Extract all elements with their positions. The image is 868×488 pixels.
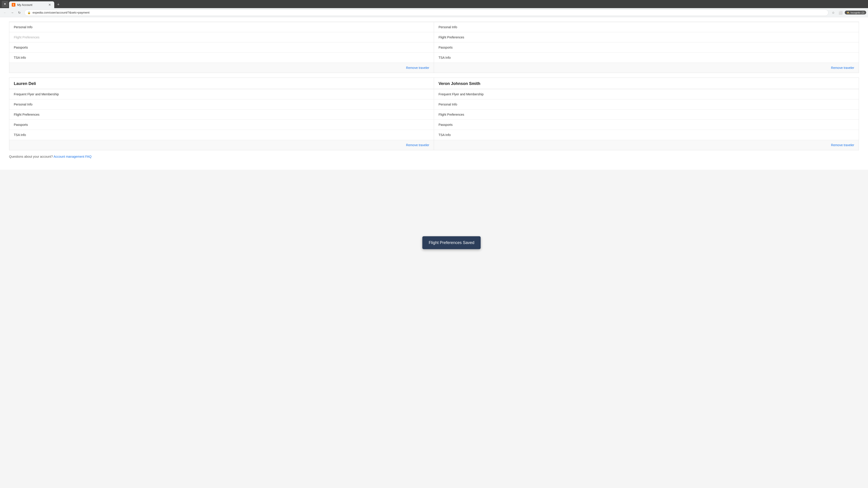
- faq-text: Questions about your account?: [9, 155, 53, 158]
- incognito-label: Incognito (2): [850, 11, 864, 14]
- tab-bar: ▼ E My Account ✕ +: [0, 0, 868, 8]
- lauren-deli-name: Lauren Deli: [9, 78, 434, 89]
- veron-tsa-info[interactable]: TSA Info: [434, 130, 859, 140]
- lauren-frequent-flyer[interactable]: Frequent Flyer and Membership: [9, 89, 434, 99]
- top-right-flight-preferences[interactable]: Flight Preferences: [434, 32, 859, 42]
- address-bar-row: ← → ↻ 🔒 expedia.com/user/account/?&selc=…: [0, 8, 868, 17]
- toolbar-right: ☆ ⬜ 🕵 Incognito (2): [830, 9, 866, 16]
- top-right-passports[interactable]: Passports: [434, 42, 859, 53]
- incognito-icon: 🕵: [846, 11, 850, 14]
- top-right-remove-traveler[interactable]: Remove traveler: [831, 66, 854, 70]
- top-right-traveler-card: Personal Info Flight Preferences Passpor…: [434, 22, 859, 73]
- bottom-traveler-section: Lauren Deli Frequent Flyer and Membershi…: [9, 77, 859, 150]
- lauren-personal-info[interactable]: Personal Info: [9, 99, 434, 109]
- top-left-personal-info[interactable]: Personal Info: [9, 22, 434, 32]
- top-right-tsa-info[interactable]: TSA Info: [434, 53, 859, 63]
- lauren-passports[interactable]: Passports: [9, 120, 434, 130]
- faq-section: Questions about your account? Account ma…: [9, 150, 859, 165]
- lock-icon: 🔒: [27, 11, 31, 14]
- veron-johnson-card: Veron Johnson Smith Frequent Flyer and M…: [434, 77, 859, 150]
- address-bar[interactable]: 🔒 expedia.com/user/account/?&selc=paymen…: [24, 9, 829, 16]
- forward-btn[interactable]: →: [9, 9, 16, 16]
- top-left-passports[interactable]: Passports: [9, 42, 434, 53]
- veron-card-footer: Remove traveler: [434, 140, 859, 150]
- lauren-deli-card: Lauren Deli Frequent Flyer and Membershi…: [9, 77, 434, 150]
- lauren-remove-traveler[interactable]: Remove traveler: [406, 143, 429, 147]
- active-tab[interactable]: E My Account ✕: [9, 1, 54, 8]
- veron-passports[interactable]: Passports: [434, 120, 859, 130]
- page-content: Personal Info Flight Preferences Passpor…: [0, 17, 868, 170]
- new-tab-btn[interactable]: +: [55, 1, 61, 8]
- top-traveler-grid: Personal Info Flight Preferences Passpor…: [9, 22, 859, 73]
- veron-johnson-name: Veron Johnson Smith: [434, 78, 859, 89]
- lauren-card-footer: Remove traveler: [9, 140, 434, 150]
- reload-btn[interactable]: ↻: [16, 9, 23, 16]
- top-left-card-footer: Remove traveler: [9, 63, 434, 73]
- top-left-tsa-info[interactable]: TSA Info: [9, 53, 434, 63]
- bookmark-btn[interactable]: ☆: [830, 9, 837, 16]
- veron-personal-info[interactable]: Personal Info: [434, 99, 859, 109]
- back-btn[interactable]: ←: [2, 9, 8, 16]
- browser-chrome: ▼ E My Account ✕ + ← → ↻ 🔒 expedia.com/u…: [0, 0, 868, 17]
- top-right-card-footer: Remove traveler: [434, 63, 859, 73]
- veron-remove-traveler[interactable]: Remove traveler: [831, 143, 854, 147]
- veron-flight-preferences[interactable]: Flight Preferences: [434, 109, 859, 120]
- tab-switcher-btn[interactable]: ▼: [2, 1, 8, 7]
- bottom-traveler-grid: Lauren Deli Frequent Flyer and Membershi…: [9, 77, 859, 150]
- lauren-tsa-info[interactable]: TSA Info: [9, 130, 434, 140]
- top-left-traveler-card: Personal Info Flight Preferences Passpor…: [9, 22, 434, 73]
- top-left-flight-preferences[interactable]: Flight Preferences: [9, 32, 434, 42]
- address-text: expedia.com/user/account/?&selc=payment: [33, 11, 826, 14]
- tab-close-btn[interactable]: ✕: [48, 3, 52, 6]
- veron-frequent-flyer[interactable]: Frequent Flyer and Membership: [434, 89, 859, 99]
- tab-title: My Account: [17, 3, 46, 6]
- split-screen-btn[interactable]: ⬜: [837, 9, 844, 16]
- tab-favicon: E: [12, 3, 16, 6]
- top-left-remove-traveler[interactable]: Remove traveler: [406, 66, 429, 70]
- faq-link[interactable]: Account management FAQ: [54, 155, 92, 158]
- incognito-badge: 🕵 Incognito (2): [845, 11, 866, 14]
- top-right-personal-info[interactable]: Personal Info: [434, 22, 859, 32]
- lauren-flight-preferences[interactable]: Flight Preferences: [9, 109, 434, 120]
